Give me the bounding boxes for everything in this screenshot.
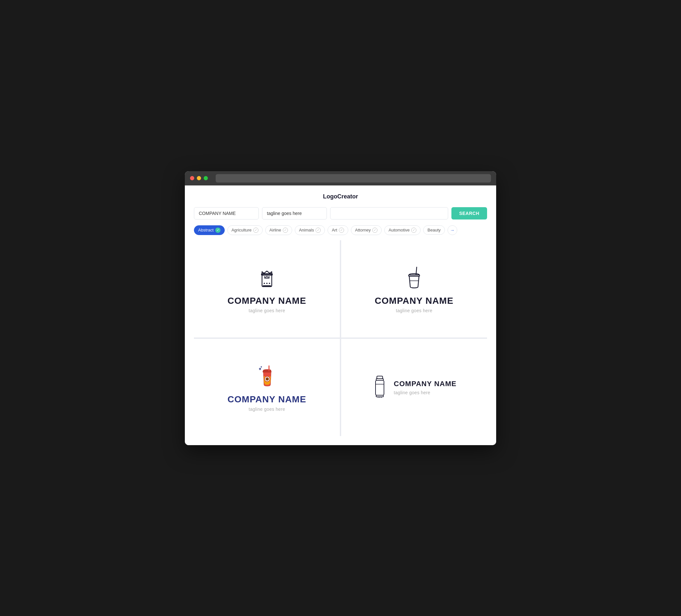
logo-icon-1 — [254, 264, 280, 290]
browser-window: LogoCreator SEARCH Abstract ✓ Agricultur… — [185, 171, 496, 445]
svg-point-20 — [378, 396, 379, 397]
category-label: Agriculture — [231, 228, 252, 232]
category-bar: Abstract ✓ Agriculture ✓ Airline ✓ Anima… — [194, 225, 487, 235]
app-content: LogoCreator SEARCH Abstract ✓ Agricultur… — [185, 185, 496, 445]
logo-3-company-name: COMPANY NAME — [228, 394, 306, 405]
svg-rect-19 — [376, 395, 383, 397]
svg-text:✦: ✦ — [260, 365, 263, 369]
search-button[interactable]: SEARCH — [451, 207, 487, 220]
category-chip-automotive[interactable]: Automotive ✓ — [384, 225, 421, 235]
svg-rect-17 — [376, 380, 384, 395]
logo-card-3[interactable]: ✦ ✦ — [194, 339, 340, 436]
tagline-input[interactable] — [262, 207, 327, 220]
check-icon: ✓ — [253, 228, 258, 233]
category-label: Automotive — [388, 228, 409, 232]
arrow-right-icon: → — [450, 228, 455, 233]
logo-1-company-name: COMPANY NAME — [228, 296, 306, 306]
logo-icon-3: ✦ ✦ — [254, 363, 280, 389]
search-bar: SEARCH — [194, 207, 487, 220]
check-icon: ✓ — [283, 228, 288, 233]
svg-point-21 — [379, 396, 380, 397]
logo-icon-4 — [372, 375, 388, 401]
svg-point-4 — [269, 283, 270, 284]
category-label: Beauty — [427, 228, 440, 232]
check-icon: ✓ — [411, 228, 417, 233]
category-chip-beauty[interactable]: Beauty — [423, 225, 445, 235]
category-chip-airline[interactable]: Airline ✓ — [265, 225, 292, 235]
logo-card-4[interactable]: COMPANY NAME tagline goes here — [341, 339, 487, 436]
category-chip-abstract[interactable]: Abstract ✓ — [194, 225, 225, 235]
close-button[interactable] — [190, 176, 194, 180]
titlebar — [185, 171, 496, 185]
category-label: Attorney — [355, 228, 371, 232]
svg-rect-15 — [377, 376, 383, 379]
svg-point-3 — [266, 283, 268, 284]
category-label: Abstract — [198, 228, 214, 232]
address-bar[interactable] — [216, 174, 491, 182]
category-label: Airline — [270, 228, 281, 232]
logo-2-company-name: COMPANY NAME — [375, 296, 454, 306]
logo-3-tagline: tagline goes here — [249, 407, 285, 412]
logo-card-1[interactable]: COMPANY NAME tagline goes here — [194, 240, 340, 337]
category-label: Art — [332, 228, 337, 232]
logo-grid: COMPANY NAME tagline goes here — [194, 240, 487, 436]
company-name-input[interactable] — [194, 207, 259, 220]
check-icon: ✓ — [215, 228, 221, 233]
svg-rect-5 — [263, 285, 271, 287]
check-icon: ✓ — [372, 228, 377, 233]
logo-4-tagline: tagline goes here — [394, 390, 456, 395]
category-chip-agriculture[interactable]: Agriculture ✓ — [227, 225, 263, 235]
check-icon: ✓ — [316, 228, 321, 233]
logo-4-inner: COMPANY NAME tagline goes here — [372, 375, 456, 401]
svg-point-22 — [381, 396, 382, 397]
svg-point-2 — [263, 283, 265, 284]
svg-rect-11 — [263, 370, 272, 373]
category-chip-attorney[interactable]: Attorney ✓ — [351, 225, 382, 235]
maximize-button[interactable] — [204, 176, 208, 180]
logo-4-text: COMPANY NAME tagline goes here — [394, 380, 456, 395]
keyword-input[interactable] — [330, 207, 448, 220]
check-icon: ✓ — [339, 228, 344, 233]
category-next-button[interactable]: → — [448, 225, 457, 235]
logo-1-tagline: tagline goes here — [249, 308, 285, 313]
category-chip-animals[interactable]: Animals ✓ — [295, 225, 325, 235]
svg-rect-14 — [269, 365, 270, 371]
logo-card-2[interactable]: COMPANY NAME tagline goes here — [341, 240, 487, 337]
app-title: LogoCreator — [194, 193, 487, 200]
category-chip-art[interactable]: Art ✓ — [328, 225, 348, 235]
svg-point-13 — [266, 377, 269, 381]
category-label: Animals — [299, 228, 314, 232]
minimize-button[interactable] — [197, 176, 201, 180]
logo-2-tagline: tagline goes here — [396, 308, 433, 313]
logo-4-company-name: COMPANY NAME — [394, 380, 456, 388]
svg-line-6 — [416, 267, 417, 274]
logo-icon-2 — [401, 264, 427, 290]
